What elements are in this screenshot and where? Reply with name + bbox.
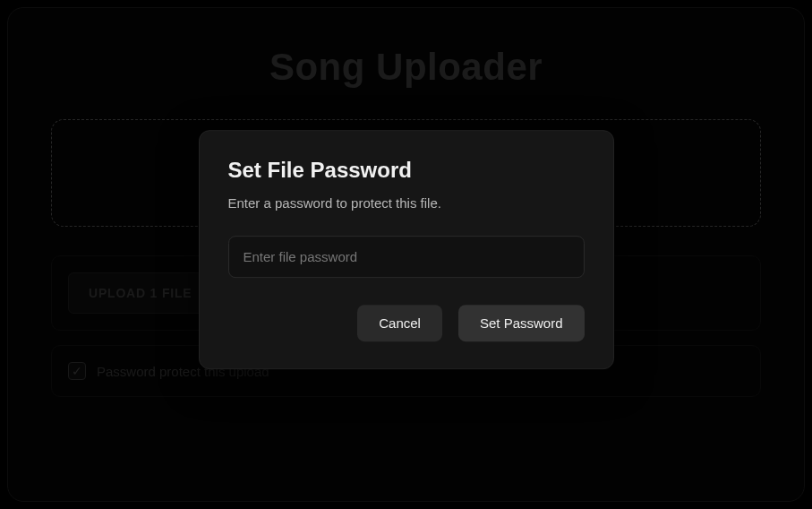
modal-description: Enter a password to protect this file. <box>228 195 585 211</box>
modal-actions: Cancel Set Password <box>228 305 585 341</box>
modal-title: Set File Password <box>228 158 585 183</box>
set-password-modal: Set File Password Enter a password to pr… <box>199 130 614 369</box>
cancel-button[interactable]: Cancel <box>357 305 442 341</box>
file-password-input[interactable] <box>228 236 585 278</box>
set-password-button[interactable]: Set Password <box>458 305 585 341</box>
